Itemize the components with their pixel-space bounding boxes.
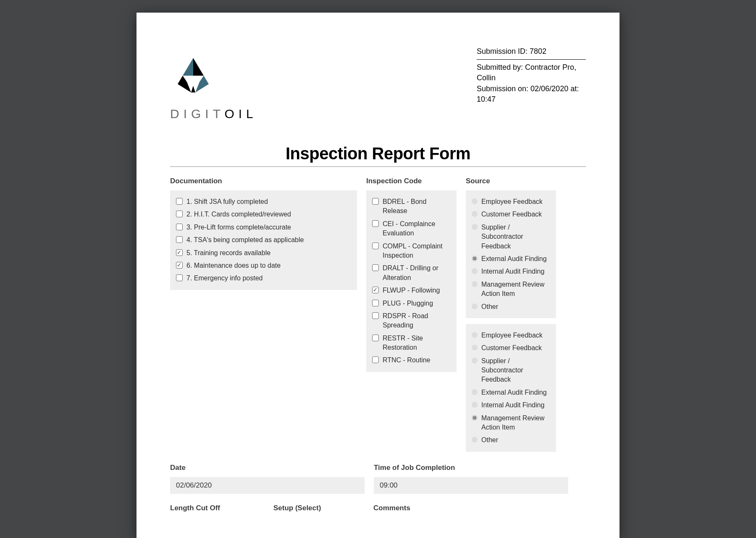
documentation-label: Documentation xyxy=(170,177,357,185)
checkbox-item[interactable]: RTNC - Routine xyxy=(372,354,451,367)
radio-icon[interactable] xyxy=(472,437,478,443)
radio-icon[interactable] xyxy=(472,415,478,421)
radio-icon[interactable] xyxy=(472,303,478,309)
time-section: Time of Job Completion 09:00 xyxy=(374,464,568,494)
checkbox-icon[interactable] xyxy=(372,300,379,306)
radio-item[interactable]: External Audit Finding xyxy=(472,253,550,265)
svg-marker-3 xyxy=(195,76,209,92)
comments-label: Comments xyxy=(373,504,410,512)
radio-icon[interactable] xyxy=(472,256,478,261)
radio-icon[interactable] xyxy=(472,268,478,274)
checkbox-icon[interactable] xyxy=(372,335,379,341)
checkbox-item[interactable]: CEI - Complaince Evaluation xyxy=(372,218,451,240)
radio-item[interactable]: Customer Feedback xyxy=(472,208,550,221)
radio-item[interactable]: Supplier / Subcontractor Feedback xyxy=(472,355,550,386)
submitted-on: Submission on: 02/06/2020 at: 10:47 xyxy=(477,84,586,105)
radio-label: External Audit Finding xyxy=(481,254,547,264)
checkbox-item[interactable]: 7. Emergency info posted xyxy=(176,272,351,285)
checkbox-icon[interactable] xyxy=(372,264,379,271)
radio-item[interactable]: External Audit Finding xyxy=(472,386,550,399)
radio-item[interactable]: Customer Feedback xyxy=(472,342,550,354)
checkbox-item[interactable]: PLUG - Plugging xyxy=(372,297,451,310)
setup-label: Setup (Select) xyxy=(273,504,364,512)
radio-item[interactable]: Employee Feedback xyxy=(472,329,550,342)
checkbox-label: BDREL - Bond Release xyxy=(383,197,451,216)
checkbox-item[interactable]: 3. Pre-Lift forms complete/accurate xyxy=(176,221,351,234)
document-page: Submission ID: 7802 Submitted by: Contra… xyxy=(136,13,620,538)
logo-text: DIGITOIL xyxy=(170,107,586,121)
checkbox-icon[interactable] xyxy=(372,312,379,319)
checkbox-icon[interactable] xyxy=(176,262,183,269)
checkbox-item[interactable]: 2. H.I.T. Cards completed/reviewed xyxy=(176,208,351,221)
radio-item[interactable]: Internal Audit Finding xyxy=(472,265,550,278)
checkbox-item[interactable]: COMPL - Complaint Inspection xyxy=(372,240,451,262)
radio-label: Supplier / Subcontractor Feedback xyxy=(481,223,550,251)
radio-icon[interactable] xyxy=(472,332,478,338)
checkbox-label: COMPL - Complaint Inspection xyxy=(383,242,451,261)
radio-icon[interactable] xyxy=(472,211,478,217)
radio-icon[interactable] xyxy=(472,281,478,287)
checkbox-icon[interactable] xyxy=(176,236,183,243)
checkbox-item[interactable]: BDREL - Bond Release xyxy=(372,195,451,218)
checkbox-item[interactable]: RESTR - Site Restoration xyxy=(372,332,451,354)
checkbox-icon[interactable] xyxy=(372,243,379,249)
date-value[interactable]: 02/06/2020 xyxy=(170,477,365,494)
checkbox-item[interactable]: 4. TSA's being completed as applicable xyxy=(176,234,351,246)
title-rule xyxy=(170,166,586,167)
radio-item[interactable]: Other xyxy=(472,434,550,446)
checkbox-label: 3. Pre-Lift forms complete/accurate xyxy=(186,223,291,232)
radio-icon[interactable] xyxy=(472,345,478,351)
radio-item[interactable]: Management Review Action Item xyxy=(472,412,550,434)
checkbox-label: RESTR - Site Restoration xyxy=(383,334,451,353)
checkbox-icon[interactable] xyxy=(176,274,183,281)
checkbox-label: 2. H.I.T. Cards completed/reviewed xyxy=(186,210,291,219)
radio-icon[interactable] xyxy=(472,402,478,408)
radio-item[interactable]: Employee Feedback xyxy=(472,195,550,208)
date-section: Date 02/06/2020 xyxy=(170,464,365,494)
radio-item[interactable]: Internal Audit Finding xyxy=(472,399,550,411)
checkbox-label: 5. Training records available xyxy=(186,248,270,258)
radio-label: Internal Audit Finding xyxy=(481,401,544,410)
checkbox-label: RTNC - Routine xyxy=(383,356,430,365)
checkbox-item[interactable]: FLWUP - Following xyxy=(372,284,451,297)
checkbox-label: 1. Shift JSA fully completed xyxy=(186,197,268,206)
radio-icon[interactable] xyxy=(472,358,478,364)
checkbox-icon[interactable] xyxy=(176,211,183,217)
radio-icon[interactable] xyxy=(472,224,478,230)
time-label: Time of Job Completion xyxy=(374,464,568,472)
radio-item[interactable]: Management Review Action Item xyxy=(472,278,550,301)
radio-item[interactable]: Other xyxy=(472,301,550,313)
length-cutoff-label: Length Cut Off xyxy=(170,504,264,512)
checkbox-icon[interactable] xyxy=(176,198,183,205)
radio-label: Internal Audit Finding xyxy=(481,267,544,276)
radio-label: Other xyxy=(481,302,498,311)
checkbox-icon[interactable] xyxy=(176,224,183,230)
svg-marker-0 xyxy=(183,58,193,76)
source-label: Source xyxy=(466,177,556,185)
checkbox-icon[interactable] xyxy=(372,220,379,227)
date-time-row: Date 02/06/2020 Time of Job Completion 0… xyxy=(170,464,586,494)
checkbox-label: FLWUP - Following xyxy=(383,286,440,295)
checkbox-icon[interactable] xyxy=(372,356,379,363)
checkbox-label: DRALT - Drilling or Alteration xyxy=(383,264,451,282)
inspection-code-panel: BDREL - Bond ReleaseCEI - Complaince Eva… xyxy=(366,190,457,372)
radio-item[interactable]: Supplier / Subcontractor Feedback xyxy=(472,221,550,253)
checkbox-item[interactable]: 1. Shift JSA fully completed xyxy=(176,195,351,208)
checkbox-item[interactable]: RDSPR - Road Spreading xyxy=(372,310,451,332)
checkbox-item[interactable]: 5. Training records available xyxy=(176,247,351,259)
checkbox-item[interactable]: DRALT - Drilling or Alteration xyxy=(372,262,451,284)
radio-label: Customer Feedback xyxy=(481,210,542,219)
radio-label: Other xyxy=(481,435,498,445)
radio-icon[interactable] xyxy=(472,198,478,204)
checkbox-label: 7. Emergency info posted xyxy=(186,274,262,283)
checkbox-label: RDSPR - Road Spreading xyxy=(383,311,451,330)
submission-id: Submission ID: 7802 xyxy=(477,46,586,60)
checkbox-icon[interactable] xyxy=(372,287,379,293)
time-value[interactable]: 09:00 xyxy=(374,477,568,494)
date-label: Date xyxy=(170,464,365,472)
checkbox-label: PLUG - Plugging xyxy=(383,299,433,308)
checkbox-icon[interactable] xyxy=(176,249,183,256)
radio-icon[interactable] xyxy=(472,389,478,395)
checkbox-icon[interactable] xyxy=(372,198,379,205)
checkbox-item[interactable]: 6. Maintenance does up to date xyxy=(176,259,351,272)
